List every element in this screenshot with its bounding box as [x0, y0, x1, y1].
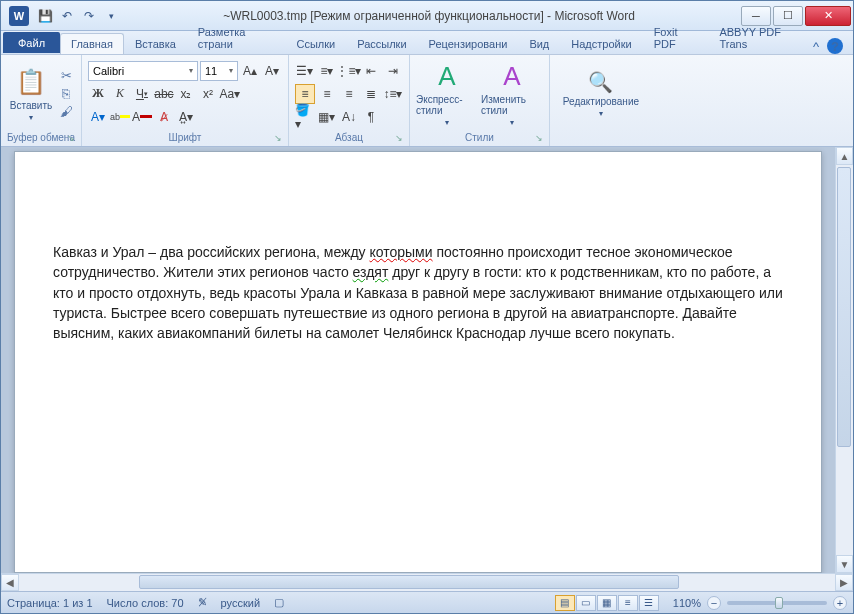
- minimize-ribbon-icon[interactable]: ^: [813, 39, 819, 54]
- align-right-button[interactable]: ≡: [339, 84, 359, 104]
- font-name-combo[interactable]: Calibri▾: [88, 61, 198, 81]
- decrease-indent-button[interactable]: ⇤: [361, 61, 381, 81]
- scroll-left-icon[interactable]: ◀: [1, 574, 19, 591]
- zoom-controls: 110% − +: [673, 596, 847, 610]
- shrink-font-icon[interactable]: A▾: [262, 61, 282, 81]
- paragraph-launcher-icon[interactable]: ↘: [395, 133, 403, 143]
- fullscreen-reading-view-icon[interactable]: ▭: [576, 595, 596, 611]
- numbering-button[interactable]: ≡▾: [317, 61, 337, 81]
- document-page[interactable]: Кавказ и Урал – два российских региона, …: [14, 151, 822, 573]
- clear-formatting-icon[interactable]: A̷: [154, 107, 174, 127]
- bullets-button[interactable]: ☰▾: [295, 61, 315, 81]
- tab-mailings[interactable]: Рассылки: [346, 33, 417, 54]
- web-layout-view-icon[interactable]: ▦: [597, 595, 617, 611]
- change-styles-icon: A: [503, 61, 520, 92]
- cut-icon[interactable]: ✂: [58, 68, 74, 83]
- group-clipboard: 📋 Вставить ▾ ✂ ⎘ 🖌 Буфер обмена↘: [1, 55, 82, 146]
- tab-home[interactable]: Главная: [60, 33, 124, 54]
- character-spacing-button[interactable]: A͍▾: [176, 107, 196, 127]
- sort-button[interactable]: A↓: [339, 107, 359, 127]
- find-icon: 🔍: [588, 70, 613, 94]
- clipboard-icon: 📋: [15, 66, 47, 98]
- vertical-scrollbar[interactable]: ▲ ▼: [835, 147, 853, 573]
- subscript-button[interactable]: x₂: [176, 84, 196, 104]
- show-marks-button[interactable]: ¶: [361, 107, 381, 127]
- language-indicator[interactable]: русский: [221, 597, 260, 609]
- text-effects-button[interactable]: A▾: [88, 107, 108, 127]
- scroll-up-icon[interactable]: ▲: [836, 147, 853, 165]
- tab-foxit-pdf[interactable]: Foxit PDF: [643, 21, 709, 54]
- justify-button[interactable]: ≣: [361, 84, 381, 104]
- app-window: W 💾 ↶ ↷ ▾ ~WRL0003.tmp [Режим ограниченн…: [0, 0, 854, 614]
- macro-icon[interactable]: ▢: [274, 596, 284, 609]
- copy-icon[interactable]: ⎘: [58, 86, 74, 101]
- font-size-combo[interactable]: 11▾: [200, 61, 238, 81]
- tab-page-layout[interactable]: Разметка страни: [187, 21, 286, 54]
- zoom-slider-knob[interactable]: [775, 597, 783, 609]
- document-scroll[interactable]: Кавказ и Урал – два российских региона, …: [1, 147, 835, 573]
- superscript-button[interactable]: x²: [198, 84, 218, 104]
- group-editing: 🔍 Редактирование▾: [550, 55, 652, 146]
- document-paragraph[interactable]: Кавказ и Урал – два российских региона, …: [53, 242, 783, 343]
- strikethrough-button[interactable]: abc: [154, 84, 174, 104]
- format-painter-icon[interactable]: 🖌: [58, 104, 74, 119]
- tab-insert[interactable]: Вставка: [124, 33, 187, 54]
- save-icon[interactable]: 💾: [37, 8, 53, 24]
- view-buttons: ▤ ▭ ▦ ≡ ☰: [555, 595, 659, 611]
- zoom-out-button[interactable]: −: [707, 596, 721, 610]
- multilevel-list-button[interactable]: ⋮≡▾: [339, 61, 359, 81]
- editing-button[interactable]: 🔍 Редактирование▾: [556, 70, 646, 118]
- font-color-button[interactable]: A: [132, 107, 152, 127]
- styles-launcher-icon[interactable]: ↘: [535, 133, 543, 143]
- undo-icon[interactable]: ↶: [59, 8, 75, 24]
- quick-styles-icon: A: [438, 61, 455, 92]
- quick-styles-button[interactable]: A Экспресс-стили▾: [416, 61, 478, 127]
- scroll-down-icon[interactable]: ▼: [836, 555, 853, 573]
- ribbon-tabs: Файл Главная Вставка Разметка страни Ссы…: [1, 31, 853, 55]
- borders-button[interactable]: ▦▾: [317, 107, 337, 127]
- outline-view-icon[interactable]: ≡: [618, 595, 638, 611]
- align-center-button[interactable]: ≡: [317, 84, 337, 104]
- italic-button[interactable]: К: [110, 84, 130, 104]
- draft-view-icon[interactable]: ☰: [639, 595, 659, 611]
- redo-icon[interactable]: ↷: [81, 8, 97, 24]
- proofing-icon[interactable]: ✎̸: [198, 596, 207, 609]
- tab-references[interactable]: Ссылки: [285, 33, 346, 54]
- qat-customize-icon[interactable]: ▾: [103, 8, 119, 24]
- document-area: ⊞ Кавказ и Урал – два российских региона…: [1, 147, 853, 573]
- quick-access-toolbar: 💾 ↶ ↷ ▾: [37, 8, 119, 24]
- horizontal-scrollbar[interactable]: ◀ ▶: [1, 573, 853, 591]
- paste-button[interactable]: 📋 Вставить ▾: [7, 61, 55, 127]
- align-left-button[interactable]: ≡: [295, 84, 315, 104]
- bold-button[interactable]: Ж: [88, 84, 108, 104]
- tab-view[interactable]: Вид: [518, 33, 560, 54]
- tab-addins[interactable]: Надстройки: [560, 33, 642, 54]
- line-spacing-button[interactable]: ↕≡▾: [383, 84, 403, 104]
- shading-button[interactable]: 🪣▾: [295, 107, 315, 127]
- clipboard-launcher-icon[interactable]: ↘: [67, 133, 75, 143]
- vscroll-thumb[interactable]: [837, 167, 851, 447]
- group-paragraph: ☰▾ ≡▾ ⋮≡▾ ⇤ ⇥ ≡ ≡ ≡ ≣ ↕≡▾ 🪣▾: [289, 55, 410, 146]
- change-styles-button[interactable]: A Изменить стили▾: [481, 61, 543, 127]
- increase-indent-button[interactable]: ⇥: [383, 61, 403, 81]
- scroll-right-icon[interactable]: ▶: [835, 574, 853, 591]
- underline-button[interactable]: Ч ▾: [132, 84, 152, 104]
- highlight-button[interactable]: ab: [110, 107, 130, 127]
- zoom-slider[interactable]: [727, 601, 827, 605]
- zoom-in-button[interactable]: +: [833, 596, 847, 610]
- ribbon: 📋 Вставить ▾ ✂ ⎘ 🖌 Буфер обмена↘ Calibri…: [1, 55, 853, 147]
- font-launcher-icon[interactable]: ↘: [274, 133, 282, 143]
- status-bar: Страница: 1 из 1 Число слов: 70 ✎̸ русск…: [1, 591, 853, 613]
- tab-abbyy[interactable]: ABBYY PDF Trans: [708, 21, 812, 54]
- word-count[interactable]: Число слов: 70: [107, 597, 184, 609]
- tab-review[interactable]: Рецензировани: [418, 33, 519, 54]
- page-indicator[interactable]: Страница: 1 из 1: [7, 597, 93, 609]
- zoom-level[interactable]: 110%: [673, 597, 701, 609]
- grow-font-icon[interactable]: A▴: [240, 61, 260, 81]
- help-icon[interactable]: ?: [827, 38, 843, 54]
- change-case-button[interactable]: Aa▾: [220, 84, 240, 104]
- tab-file[interactable]: Файл: [3, 32, 60, 53]
- hscroll-thumb[interactable]: [139, 575, 679, 589]
- print-layout-view-icon[interactable]: ▤: [555, 595, 575, 611]
- group-styles: A Экспресс-стили▾ A Изменить стили▾ Стил…: [410, 55, 550, 146]
